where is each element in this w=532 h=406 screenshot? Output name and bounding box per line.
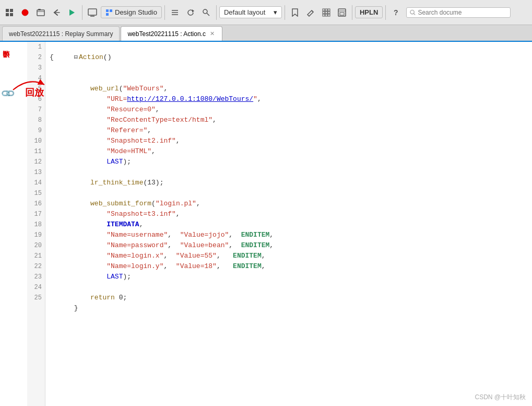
- design-studio-label: Design Studio: [115, 8, 157, 16]
- line-num-12: 12: [27, 157, 45, 167]
- code-line-4: web_url("WebTours",: [50, 73, 532, 84]
- icon-back[interactable]: [49, 5, 64, 20]
- svg-rect-23: [325, 11, 327, 14]
- code-line-24: return 0;: [50, 282, 532, 293]
- svg-rect-3: [10, 13, 13, 16]
- sep2: [164, 5, 165, 20]
- line-num-25: 25: [27, 293, 45, 303]
- svg-line-18: [312, 10, 313, 12]
- sep5: [352, 5, 352, 20]
- hpln-label: HPLN: [360, 8, 378, 16]
- tab-bar: webTest20221115 : Replay Summary webTest…: [0, 25, 532, 42]
- svg-rect-1: [10, 9, 13, 12]
- svg-rect-0: [6, 9, 9, 12]
- tab-action-label: webTest20221115 : Action.c: [127, 30, 205, 38]
- dropdown-arrow-icon: ▾: [274, 8, 277, 16]
- search-box[interactable]: [406, 7, 511, 18]
- svg-rect-22: [323, 11, 325, 14]
- icon-open[interactable]: [33, 5, 48, 20]
- tab-action[interactable]: webTest20221115 : Action.c ✕: [121, 26, 222, 41]
- svg-marker-15: [192, 9, 194, 13]
- line-num-19: 19: [27, 230, 45, 240]
- line-num-7: 7: [27, 105, 45, 115]
- line-num-21: 21: [27, 251, 45, 261]
- svg-rect-21: [328, 9, 330, 11]
- main-toolbar: Design Studio Default layout ▾ HPLN ?: [0, 0, 532, 25]
- left-gutter: 🔗 编译 回放: [0, 42, 27, 406]
- icon-record[interactable]: [18, 5, 32, 20]
- line-num-24: 24: [27, 282, 45, 293]
- line-num-18: 18: [27, 219, 45, 230]
- svg-marker-7: [69, 9, 75, 16]
- svg-rect-24: [328, 11, 330, 14]
- line-num-13: 13: [27, 167, 45, 178]
- icon-bookmark[interactable]: [288, 5, 302, 20]
- line-num-15: 15: [27, 188, 45, 199]
- icon-window[interactable]: [335, 5, 349, 20]
- svg-rect-19: [323, 9, 325, 11]
- line-num-11: 11: [27, 146, 45, 157]
- line-num-4: 4: [27, 73, 45, 84]
- svg-rect-11: [106, 13, 109, 16]
- svg-point-16: [203, 9, 207, 14]
- svg-point-4: [22, 9, 28, 16]
- tab-replay[interactable]: webTest20221115 : Replay Summary: [2, 26, 120, 41]
- line-num-9: 9: [27, 125, 45, 136]
- editor-area: 🔗 编译 回放 1 2 3 4 5 6 7 8 9 10 11 12 13 14…: [0, 42, 532, 406]
- line-num-1: 1: [27, 42, 45, 52]
- icon-align[interactable]: [168, 5, 182, 20]
- code-line-2: {: [50, 52, 532, 63]
- help-label: ?: [394, 8, 398, 17]
- help-icon[interactable]: ?: [388, 5, 403, 20]
- icon-play[interactable]: [65, 5, 79, 20]
- svg-line-32: [414, 13, 416, 15]
- line-num-20: 20: [27, 240, 45, 251]
- hpln-button[interactable]: HPLN: [355, 6, 383, 18]
- svg-point-31: [410, 10, 414, 14]
- svg-rect-26: [325, 14, 327, 16]
- annotation-huifang: 回放: [25, 86, 44, 99]
- svg-rect-10: [110, 9, 112, 12]
- code-line-1: ⊟Action(): [50, 42, 532, 52]
- code-line-3: [50, 63, 532, 73]
- line-num-16: 16: [27, 199, 45, 209]
- svg-rect-9: [106, 9, 109, 12]
- collapse-icon-1[interactable]: ⊟: [74, 52, 78, 63]
- line-num-23: 23: [27, 272, 45, 282]
- svg-rect-5: [37, 10, 44, 16]
- svg-rect-27: [328, 14, 330, 16]
- line-num-3: 3: [27, 63, 45, 73]
- svg-rect-30: [340, 13, 344, 15]
- sep6: [385, 5, 386, 20]
- line-num-14: 14: [27, 178, 45, 188]
- icon-pencil[interactable]: [303, 5, 318, 20]
- line-num-2: 2: [27, 52, 45, 63]
- search-input[interactable]: [418, 9, 507, 16]
- code-line-15: web_submit_form("login.pl",: [50, 188, 532, 199]
- svg-rect-25: [323, 14, 325, 16]
- icon-monitor[interactable]: [85, 5, 100, 20]
- line-num-8: 8: [27, 115, 45, 125]
- sep3: [216, 5, 217, 20]
- code-content: ⊟Action() { web_url("WebTours", "URL=htt…: [45, 42, 532, 406]
- design-studio-button[interactable]: Design Studio: [101, 6, 162, 18]
- line-num-22: 22: [27, 261, 45, 272]
- line-num-17: 17: [27, 209, 45, 219]
- svg-line-17: [207, 13, 209, 16]
- tab-replay-label: webTest20221115 : Replay Summary: [9, 30, 113, 38]
- svg-rect-8: [88, 9, 97, 15]
- code-line-13: lr_think_time(13);: [50, 167, 532, 178]
- layout-label: Default layout: [224, 8, 266, 16]
- icon-grid[interactable]: [2, 5, 17, 20]
- svg-rect-2: [6, 13, 9, 16]
- icon-refresh[interactable]: [183, 5, 198, 20]
- sep1: [82, 5, 82, 20]
- layout-dropdown[interactable]: Default layout ▾: [219, 6, 282, 18]
- svg-rect-6: [38, 9, 41, 10]
- line-num-10: 10: [27, 136, 45, 146]
- watermark: CSDN @十叶知秋: [475, 393, 526, 402]
- tab-action-close[interactable]: ✕: [209, 30, 216, 38]
- icon-search-code[interactable]: [199, 5, 214, 20]
- icon-grid2[interactable]: [319, 5, 334, 20]
- sep4: [285, 5, 285, 20]
